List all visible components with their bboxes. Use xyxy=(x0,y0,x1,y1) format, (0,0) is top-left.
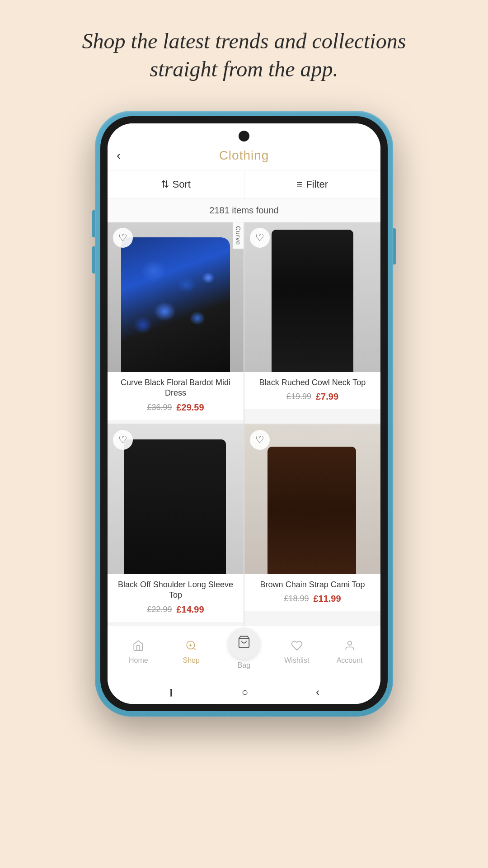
heart-icon: ♡ xyxy=(118,233,127,243)
back-button[interactable]: ‹ xyxy=(117,148,121,163)
android-recent-button[interactable]: ⫿ xyxy=(169,686,174,698)
products-grid: ♡ Curve Curve Black Floral Bardot Midi D… xyxy=(108,222,380,626)
page-title: Clothing xyxy=(219,148,269,163)
product-image-3: ♡ xyxy=(108,425,244,574)
nav-label-shop: Shop xyxy=(183,656,200,665)
phone-screen: ‹ Clothing ⇅ Sort ≡ Filter 2181 items fo… xyxy=(108,123,380,704)
heart-icon: ♡ xyxy=(118,435,127,445)
filter-button[interactable]: ≡ Filter xyxy=(244,170,381,198)
wishlist-icon xyxy=(291,640,303,655)
sale-price-4: £11.99 xyxy=(313,594,341,604)
nav-label-account: Account xyxy=(337,656,363,665)
product-name-2: Black Ruched Cowl Neck Top xyxy=(250,377,375,388)
bag-icon xyxy=(237,635,251,652)
nav-item-home[interactable]: Home xyxy=(120,640,156,665)
product-name-3: Black Off Shoulder Long Sleeve Top xyxy=(113,580,238,601)
heart-icon: ♡ xyxy=(255,233,264,243)
price-row-4: £18.99 £11.99 xyxy=(250,594,375,604)
product-image-1: ♡ Curve xyxy=(108,222,244,372)
android-home-button[interactable]: ○ xyxy=(242,686,249,698)
sale-price-2: £7.99 xyxy=(316,392,338,402)
wishlist-button-2[interactable]: ♡ xyxy=(250,228,270,248)
filter-icon: ≡ xyxy=(296,179,302,190)
product-name-4: Brown Chain Strap Cami Top xyxy=(250,580,375,590)
product-info-3: Black Off Shoulder Long Sleeve Top £22.9… xyxy=(108,574,244,622)
items-count: 2181 items found xyxy=(108,199,380,222)
sale-price-3: £14.99 xyxy=(176,604,204,615)
original-price-3: £22.99 xyxy=(147,605,172,614)
price-row-2: £19.99 £7.99 xyxy=(250,392,375,402)
phone-mockup: ‹ Clothing ⇅ Sort ≡ Filter 2181 items fo… xyxy=(95,111,393,717)
heart-icon: ♡ xyxy=(255,435,264,445)
product-info-1: Curve Black Floral Bardot Midi Dress £36… xyxy=(108,372,244,420)
wishlist-button-3[interactable]: ♡ xyxy=(113,430,133,450)
sort-icon: ⇅ xyxy=(161,179,169,190)
product-name-1: Curve Black Floral Bardot Midi Dress xyxy=(113,377,238,399)
android-nav-bar: ⫿ ○ ‹ xyxy=(108,680,380,704)
svg-line-1 xyxy=(193,648,196,650)
account-icon xyxy=(344,640,356,655)
vol-up-button xyxy=(92,210,95,237)
nav-item-shop[interactable]: Shop xyxy=(173,640,209,665)
phone-frame: ‹ Clothing ⇅ Sort ≡ Filter 2181 items fo… xyxy=(95,111,393,717)
nav-label-home: Home xyxy=(129,656,148,665)
nav-item-account[interactable]: Account xyxy=(332,640,368,665)
product-image-4: ♡ xyxy=(244,425,380,574)
sort-label: Sort xyxy=(173,179,191,190)
android-back-button[interactable]: ‹ xyxy=(316,686,319,698)
bag-circle xyxy=(228,628,260,660)
nav-item-wishlist[interactable]: Wishlist xyxy=(279,640,315,665)
bottom-nav: Home Shop xyxy=(108,626,380,680)
nav-item-bag[interactable]: Bag xyxy=(226,628,262,670)
price-row-1: £36.99 £29.59 xyxy=(113,402,238,413)
curve-tag: Curve xyxy=(233,222,244,249)
price-row-3: £22.99 £14.99 xyxy=(113,604,238,615)
product-card[interactable]: ♡ Black Off Shoulder Long Sleeve Top £22… xyxy=(108,425,244,626)
original-price-4: £18.99 xyxy=(284,594,309,604)
sale-price-1: £29.59 xyxy=(176,402,204,413)
nav-label-wishlist: Wishlist xyxy=(284,656,309,665)
original-price-2: £19.99 xyxy=(286,392,311,401)
power-button xyxy=(393,228,396,264)
product-image-2: ♡ xyxy=(244,222,380,372)
vol-down-button xyxy=(92,246,95,274)
phone-bezel: ‹ Clothing ⇅ Sort ≡ Filter 2181 items fo… xyxy=(100,116,388,711)
home-icon xyxy=(132,640,144,655)
camera-notch xyxy=(239,131,249,142)
sort-button[interactable]: ⇅ Sort xyxy=(108,170,244,198)
sort-filter-bar: ⇅ Sort ≡ Filter xyxy=(108,170,380,199)
page-tagline: Shop the latest trends and collections s… xyxy=(59,27,429,84)
original-price-1: £36.99 xyxy=(147,403,172,412)
shop-icon xyxy=(185,640,197,655)
wishlist-button-1[interactable]: ♡ xyxy=(113,228,133,248)
wishlist-button-4[interactable]: ♡ xyxy=(250,430,270,450)
svg-point-5 xyxy=(347,642,352,646)
product-card[interactable]: ♡ Black Ruched Cowl Neck Top £19.99 £7.9… xyxy=(244,222,380,424)
filter-label: Filter xyxy=(306,179,328,190)
product-card[interactable]: ♡ Curve Curve Black Floral Bardot Midi D… xyxy=(108,222,244,424)
product-info-2: Black Ruched Cowl Neck Top £19.99 £7.99 xyxy=(244,372,380,409)
nav-label-bag: Bag xyxy=(238,661,250,670)
product-card[interactable]: ♡ Brown Chain Strap Cami Top £18.99 £11.… xyxy=(244,425,380,626)
product-info-4: Brown Chain Strap Cami Top £18.99 £11.99 xyxy=(244,574,380,611)
